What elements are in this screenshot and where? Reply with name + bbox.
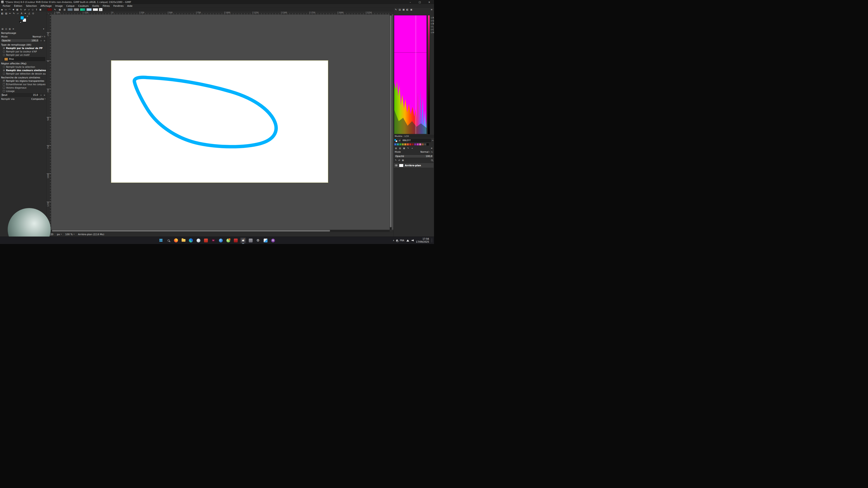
free-select-tool-icon[interactable]: ◠	[8, 8, 11, 11]
palette-view-icon-2[interactable]: ▥	[398, 147, 402, 150]
tab-brushes-icon[interactable]: ✎	[394, 8, 398, 11]
preview-swatch-2[interactable]	[74, 8, 79, 11]
rectangle-select-tool-icon[interactable]: ▭	[4, 8, 8, 11]
pencil-tool-icon[interactable]: ✏	[8, 12, 12, 15]
tray-chevron-up-icon[interactable]: ∧	[393, 239, 395, 241]
brush-color-swatch[interactable]	[47, 8, 52, 11]
menu-fenetres[interactable]: Fenêtres	[112, 4, 125, 7]
palette-swatch[interactable]	[422, 143, 424, 145]
pattern-editor-icon[interactable]: ▦	[58, 8, 62, 11]
taskbar-search-button[interactable]	[166, 237, 172, 243]
transform-tool-icon[interactable]: ▣	[38, 8, 42, 11]
taskbar-app-4[interactable]	[248, 237, 254, 243]
rotate-tool-icon[interactable]: ↻	[19, 8, 23, 11]
crop-tool-icon[interactable]: ▦	[16, 8, 19, 11]
palette-swatch[interactable]	[416, 143, 419, 145]
tab-colors-icon[interactable]: ◧	[405, 8, 409, 11]
region-selection-radio[interactable]: Remplir toute la sélection	[1, 65, 46, 69]
close-button[interactable]: ×	[425, 0, 434, 4]
channel-b[interactable]: B	[431, 23, 434, 25]
flip-tool-icon[interactable]: ↕	[35, 8, 38, 11]
palette-swatch[interactable]	[404, 143, 406, 145]
palette-swatch[interactable]	[397, 143, 399, 145]
zoom-tool-icon[interactable]: ⊙	[31, 12, 35, 15]
palette-swatch[interactable]	[409, 143, 411, 145]
layer-thumbnail[interactable]	[399, 164, 403, 167]
units-dropdown[interactable]: px ▾	[57, 233, 61, 236]
fill-type-bg-radio[interactable]: Remplir par la couleur d'AP	[1, 50, 46, 53]
dock-tab-icon-2[interactable]: ◫	[4, 27, 8, 30]
menu-calque[interactable]: Calque	[64, 4, 76, 7]
palette-swatch[interactable]	[424, 143, 426, 145]
palette-view-icon-1[interactable]: ▤	[394, 147, 398, 150]
palette-swatch[interactable]	[407, 143, 409, 145]
menu-selection[interactable]: Sélection	[24, 4, 39, 7]
palette-add-icon[interactable]: +	[410, 147, 414, 150]
tab-gradients-icon[interactable]: ▩	[402, 8, 405, 11]
lock-position-icon[interactable]: ⇄	[399, 159, 400, 161]
threshold-slider[interactable]: Seuil 15,0	[1, 93, 39, 97]
vertical-ruler[interactable]: -250 0 250 500 750 1000 1250	[46, 14, 51, 230]
fuzzy-select-tool-icon[interactable]: ✱	[11, 8, 16, 11]
taskbar-app-indesign[interactable]: Id	[211, 237, 216, 243]
tab-palettes-icon[interactable]: ▣	[409, 8, 413, 11]
fill-type-pattern-radio[interactable]: Remplir par un motif	[1, 53, 46, 57]
sample-merged-checkbox[interactable]: Échantillonner sur tous les calques	[1, 83, 46, 86]
dock-menu-icon[interactable]: ≡	[430, 8, 434, 11]
mini-fg-bg-swatch[interactable]	[394, 139, 398, 142]
diagonal-neighbors-checkbox[interactable]: Voisins diagonaux	[1, 86, 46, 90]
clock[interactable]: 17:56 17/09/2025	[416, 237, 429, 243]
region-line-art-radio[interactable]: Remplir par détection de dessin au trait	[1, 72, 46, 75]
opacity-decrease-button[interactable]: −	[39, 39, 42, 42]
taskbar-app-file-explorer[interactable]	[181, 237, 186, 243]
tab-patterns-icon[interactable]: ▤	[398, 8, 402, 11]
layer-search-icon[interactable]	[431, 159, 433, 161]
region-similar-radio[interactable]: Remplir des couleurs similaires	[1, 69, 46, 72]
lightness-slider[interactable]	[428, 15, 430, 134]
taskbar-app-5[interactable]: Q	[270, 237, 276, 243]
taskbar-app-snipping[interactable]	[263, 237, 269, 243]
taskbar-app-1[interactable]	[195, 237, 202, 243]
text-tool-icon[interactable]: A	[20, 12, 24, 15]
maximize-button[interactable]: □	[415, 0, 425, 4]
gradient-preview[interactable]	[80, 8, 86, 11]
horizontal-ruler[interactable]: -500 -250 0 250 500 750 1000 1250 1500 1…	[46, 11, 390, 14]
eraser-tool-icon[interactable]: ▱	[16, 12, 20, 15]
taskbar-app-edge[interactable]	[188, 237, 194, 243]
palette-swatch[interactable]	[427, 143, 429, 145]
palette-swatch[interactable]	[414, 143, 416, 145]
eyedropper-icon[interactable]: ✑	[432, 139, 434, 142]
menu-outils[interactable]: Outils	[90, 4, 101, 7]
bucket-fill-tool-icon[interactable]: ◧	[0, 12, 4, 15]
taskbar-app-browser[interactable]	[218, 237, 224, 243]
palette-swatch[interactable]	[412, 143, 414, 145]
fill-transparent-checkbox[interactable]: Remplir les régions transparentes	[1, 79, 46, 83]
preview-swatch-1[interactable]	[67, 8, 73, 11]
menu-edition[interactable]: Édition	[12, 4, 24, 7]
threshold-decrease-button[interactable]: −	[39, 94, 42, 96]
reset-mode-icon[interactable]: ↻	[43, 35, 45, 38]
channel-c[interactable]: C	[431, 29, 434, 31]
shear-tool-icon[interactable]: ▱	[27, 8, 31, 11]
layer-opacity-slider[interactable]: Opacité 100,0	[394, 155, 433, 158]
taskbar-start-button[interactable]	[158, 237, 164, 243]
menu-fichier[interactable]: Fichier	[1, 4, 12, 7]
dock-menu-icon[interactable]: ≡	[430, 147, 433, 150]
mode-dropdown[interactable]: Normal ▾	[33, 35, 43, 38]
fill-via-dropdown[interactable]: Composite ▾	[31, 98, 45, 100]
microphone-icon[interactable]	[397, 239, 398, 241]
palette-edit-icon[interactable]: ✎	[406, 147, 410, 150]
swap-colors-icon[interactable]: ⇄	[399, 139, 401, 142]
move-tool-icon[interactable]: ◆	[0, 8, 4, 11]
menu-aide[interactable]: Aide	[125, 4, 134, 7]
default-colors-icon[interactable]	[20, 21, 21, 23]
volume-icon[interactable]	[411, 239, 414, 241]
taskbar-app-messenger[interactable]	[225, 237, 231, 243]
gradient-tool-icon[interactable]: ▧	[4, 12, 8, 15]
preview-swatch-4[interactable]	[93, 8, 98, 11]
vertical-scrollbar[interactable]	[390, 14, 392, 230]
dock-tab-icon-1[interactable]: ▤	[1, 27, 4, 30]
palette-swatch[interactable]	[399, 143, 401, 145]
opacity-increase-button[interactable]: +	[43, 39, 46, 42]
reset-layer-mode-icon[interactable]: ↻	[431, 151, 433, 153]
